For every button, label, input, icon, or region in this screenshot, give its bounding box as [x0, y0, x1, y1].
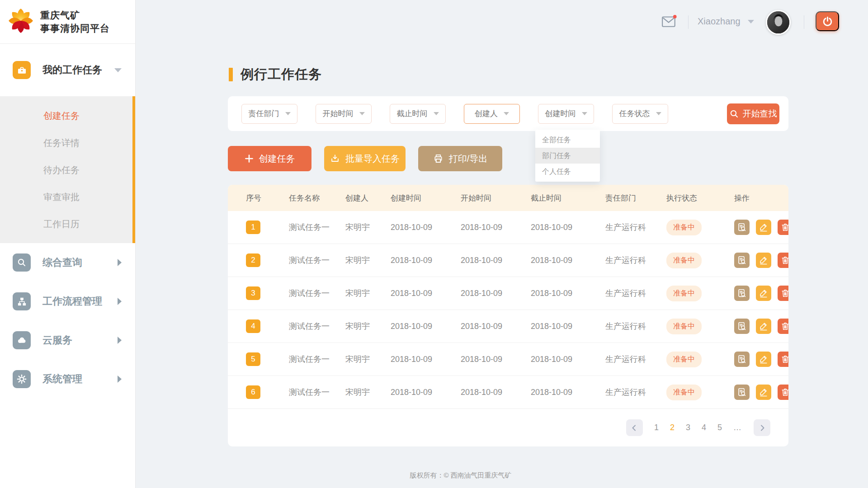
pagination: 1 2 3 4 5 … — [228, 409, 788, 446]
page-number-5[interactable]: 5 — [717, 423, 722, 432]
cell-task-name: 测试任务一 — [289, 288, 345, 299]
status-badge: 准备中 — [666, 253, 702, 268]
sidebar-group-cloud-services[interactable]: 云服务 — [0, 321, 135, 360]
sidebar-group-label: 工作流程管理 — [42, 295, 102, 308]
page-number-1[interactable]: 1 — [654, 423, 659, 432]
sidebar-item-create-task[interactable]: 创建任务 — [0, 102, 132, 129]
sidebar-group-system-management[interactable]: 系统管理 — [0, 360, 135, 399]
sidebar-item-work-calendar[interactable]: 工作日历 — [0, 211, 132, 238]
briefcase-icon — [13, 61, 31, 79]
user-menu[interactable]: Xiaozhang — [698, 16, 754, 27]
next-page-button[interactable] — [754, 419, 770, 436]
workflow-icon — [13, 292, 31, 310]
select-task-status[interactable]: 任务状态 — [612, 104, 668, 124]
view-detail-button[interactable] — [734, 220, 750, 235]
cell-start-time: 2018-10-09 — [461, 289, 531, 298]
logo-block: 重庆气矿 事事清协同平台 — [0, 0, 135, 44]
search-button[interactable]: 开始查找 — [727, 103, 779, 124]
status-badge: 准备中 — [666, 286, 702, 301]
filter-dropdown-menu: 全部任务 部门任务 个人任务 — [535, 130, 600, 182]
cell-create-time: 2018-10-09 — [391, 355, 461, 364]
edit-button[interactable] — [756, 286, 771, 301]
cell-create-time: 2018-10-09 — [391, 223, 461, 232]
cell-department: 生产运行科 — [605, 288, 666, 299]
sidebar-item-review-approval[interactable]: 审查审批 — [0, 183, 132, 211]
view-detail-button[interactable] — [734, 385, 750, 400]
sidebar-item-todo-tasks[interactable]: 待办任务 — [0, 156, 132, 183]
print-export-button[interactable]: 打印/导出 — [418, 146, 502, 171]
table-row: 4 测试任务一 宋明宇 2018-10-09 2018-10-09 2018-1… — [228, 310, 788, 343]
table-row: 2 测试任务一 宋明宇 2018-10-09 2018-10-09 2018-1… — [228, 244, 788, 277]
prev-page-button[interactable] — [626, 419, 643, 436]
dropdown-item-all-tasks[interactable]: 全部任务 — [535, 132, 600, 148]
cell-create-time: 2018-10-09 — [391, 289, 461, 298]
table-row: 1 测试任务一 宋明宇 2018-10-09 2018-10-09 2018-1… — [228, 211, 788, 244]
page-number-4[interactable]: 4 — [702, 423, 706, 432]
table-row: 3 测试任务一 宋明宇 2018-10-09 2018-10-09 2018-1… — [228, 277, 788, 310]
view-detail-button[interactable] — [734, 319, 750, 334]
edit-button[interactable] — [756, 385, 771, 400]
chevron-down-icon — [359, 112, 365, 115]
view-detail-button[interactable] — [734, 352, 750, 367]
delete-button[interactable] — [778, 253, 788, 268]
topbar: Xiaozhang — [136, 0, 868, 44]
cell-start-time: 2018-10-09 — [461, 355, 531, 364]
task-table: 序号 任务名称 创建人 创建时间 开始时间 截止时间 责任部门 执行状态 操作 … — [228, 185, 788, 446]
chevron-down-icon — [582, 112, 587, 115]
dropdown-item-personal-tasks[interactable]: 个人任务 — [535, 164, 600, 179]
cell-creator: 宋明宇 — [345, 387, 391, 398]
chevron-down-icon — [114, 68, 122, 72]
edit-button[interactable] — [756, 253, 771, 268]
copyright-footer: 版权所有：© 西南油气田重庆气矿 — [228, 471, 788, 480]
table-row: 5 测试任务一 宋明宇 2018-10-09 2018-10-09 2018-1… — [228, 343, 788, 376]
chevron-down-icon — [504, 112, 509, 115]
create-task-button[interactable]: 创建任务 — [228, 146, 311, 171]
sidebar-group-my-work-tasks[interactable]: 我的工作任务 — [0, 44, 135, 96]
cell-end-time: 2018-10-09 — [531, 289, 605, 298]
logout-power-button[interactable] — [816, 11, 839, 31]
delete-button[interactable] — [778, 286, 788, 301]
sidebar-group-comprehensive-query[interactable]: 综合查询 — [0, 243, 135, 282]
content: 例行工作任务 责任部门 开始时间 截止时间 创建人 创建时间 任务状态 — [228, 67, 788, 480]
col-header-actions: 操作 — [734, 193, 788, 203]
col-header-department: 责任部门 — [605, 193, 666, 203]
cell-end-time: 2018-10-09 — [531, 388, 605, 397]
sidebar-group-label: 云服务 — [42, 333, 72, 347]
chevron-down-icon — [285, 112, 291, 115]
sidebar-item-task-detail[interactable]: 任务详情 — [0, 129, 132, 156]
select-create-time[interactable]: 创建时间 — [538, 104, 594, 124]
edit-button[interactable] — [756, 220, 771, 235]
edit-button[interactable] — [756, 319, 771, 334]
mail-icon[interactable] — [661, 14, 677, 30]
col-header-index: 序号 — [246, 193, 289, 203]
cell-create-time: 2018-10-09 — [391, 256, 461, 265]
delete-button[interactable] — [778, 220, 788, 235]
dropdown-item-department-tasks[interactable]: 部门任务 — [535, 148, 600, 164]
cell-creator: 宋明宇 — [345, 354, 391, 365]
col-header-task-name: 任务名称 — [289, 193, 345, 203]
cell-end-time: 2018-10-09 — [531, 256, 605, 265]
table-row: 6 测试任务一 宋明宇 2018-10-09 2018-10-09 2018-1… — [228, 376, 788, 409]
delete-button[interactable] — [778, 319, 788, 334]
avatar[interactable] — [766, 10, 791, 35]
select-responsible-department[interactable]: 责任部门 — [241, 104, 297, 124]
page-number-2-active[interactable]: 2 — [670, 423, 675, 432]
batch-import-button[interactable]: 批量导入任务 — [324, 146, 406, 171]
view-detail-button[interactable] — [734, 253, 750, 268]
sidebar-group-label: 我的工作任务 — [42, 63, 102, 77]
col-header-end-time: 截止时间 — [531, 193, 605, 203]
select-start-time[interactable]: 开始时间 — [316, 104, 372, 124]
cell-task-name: 测试任务一 — [289, 321, 345, 332]
edit-button[interactable] — [756, 352, 771, 367]
cell-department: 生产运行科 — [605, 321, 666, 332]
sidebar-group-workflow-management[interactable]: 工作流程管理 — [0, 282, 135, 321]
delete-button[interactable] — [778, 352, 788, 367]
view-detail-button[interactable] — [734, 286, 750, 301]
delete-button[interactable] — [778, 385, 788, 400]
page-number-3[interactable]: 3 — [686, 423, 690, 432]
cell-start-time: 2018-10-09 — [461, 223, 531, 232]
status-badge: 准备中 — [666, 352, 702, 367]
select-creator[interactable]: 创建人 — [464, 104, 520, 124]
chevron-down-icon — [434, 112, 439, 115]
select-end-time[interactable]: 截止时间 — [390, 104, 446, 124]
